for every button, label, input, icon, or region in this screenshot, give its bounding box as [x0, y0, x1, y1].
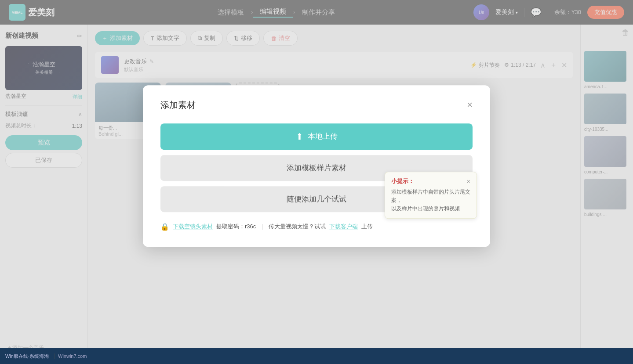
modal-header: 添加素材 × [160, 99, 473, 111]
modal-close-button[interactable]: × [467, 99, 473, 111]
add-material-modal: 添加素材 × ⬆ 本地上传 添加模板样片素材 小提示： × 添加模板样片中自带的… [143, 85, 490, 247]
tooltip-title: 小提示： [391, 177, 414, 185]
tooltip: 小提示： × 添加模板样片中自带的片头片尾文案，以及样片中出现的照片和视频 [385, 172, 477, 219]
extract-code: 提取密码：r36c [216, 223, 256, 231]
bottom-banner: Win服在线·系统海淘 Winwin7.com [0, 348, 633, 364]
modal-footer: 🔒 下载空镜头素材 提取密码：r36c ｜ 传大量视频太慢？试试 下载客户端 上… [160, 223, 473, 231]
banner-logo: Winwin7.com [54, 353, 90, 359]
client-download-link[interactable]: 下载客户端 [329, 223, 358, 231]
modal-title: 添加素材 [160, 99, 196, 111]
upload-suffix: 上传 [361, 223, 373, 231]
banner-text: Win服在线·系统海淘 [0, 353, 54, 360]
upload-local-button[interactable]: ⬆ 本地上传 [160, 123, 473, 150]
tooltip-content: 添加模板样片中自带的片头片尾文案，以及样片中出现的照片和视频 [391, 188, 470, 213]
tooltip-header: 小提示： × [391, 177, 470, 185]
template-btn-wrapper: 添加模板样片素材 小提示： × 添加模板样片中自带的片头片尾文案，以及样片中出现… [160, 155, 473, 181]
upload-icon: ⬆ [296, 131, 303, 142]
download-link[interactable]: 下载空镜头素材 [173, 223, 213, 231]
tooltip-close-button[interactable]: × [467, 178, 470, 185]
upload-slow-text: 传大量视频太慢？试试 [269, 223, 326, 231]
separator: ｜ [259, 223, 265, 231]
modal-btn-group: ⬆ 本地上传 添加模板样片素材 小提示： × 添加模板样片中自带的片头片尾文案，… [160, 123, 473, 212]
lock-icon: 🔒 [160, 223, 169, 231]
